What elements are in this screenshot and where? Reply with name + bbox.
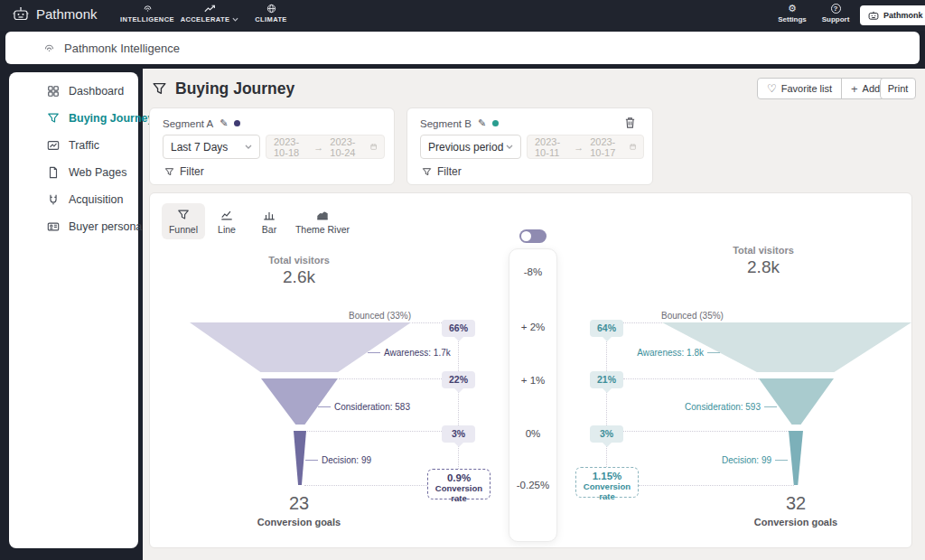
segment-b-conversion-rate-box[interactable]: 1.15% Conversion rate — [575, 467, 639, 498]
segment-a-total-value: 2.6k — [245, 267, 353, 287]
date-start: 2023-10-11 — [535, 136, 567, 158]
bar-chart-icon — [263, 209, 276, 221]
nav-intelligence-label: INTELLIGENCE — [120, 15, 174, 23]
segment-b-consideration-label: Consideration: 593 — [632, 402, 777, 412]
favorite-list-button[interactable]: ♡ Favorite list — [758, 79, 841, 98]
sidebar-item-buying-journey[interactable]: Buying Journey — [47, 112, 154, 125]
sidebar-item-dashboard[interactable]: Dashboard — [47, 85, 124, 98]
comparison-diff-card — [509, 248, 557, 542]
segment-b-card: Segment B ✎ Previous period 2023-10-11 →… — [406, 107, 653, 185]
traffic-chart-icon — [47, 139, 60, 152]
diff-total: -8% — [509, 266, 557, 277]
segment-a-goals-label: Conversion goals — [254, 517, 344, 527]
sidebar-item-buyer-persona[interactable]: Buyer persona — [47, 220, 142, 233]
dashboard-icon — [47, 85, 60, 98]
segment-a-awareness-label: Awareness: 1.7k — [368, 348, 451, 358]
calendar-icon — [630, 142, 636, 152]
sidebar-item-traffic[interactable]: Traffic — [47, 139, 99, 152]
sidebar-item-acquisition[interactable]: Acquisition — [47, 193, 123, 206]
tab-bar[interactable]: Bar — [251, 203, 287, 239]
nav-climate[interactable]: CLIMATE — [239, 4, 303, 23]
nav-climate-label: CLIMATE — [255, 15, 287, 23]
segment-a-awareness-pct-badge[interactable]: 66% — [442, 320, 475, 337]
robot-icon — [12, 6, 30, 22]
brand-name: Pathmonk — [36, 6, 98, 22]
segment-a-conversion-rate-box[interactable]: 0.9% Conversion rate — [427, 469, 491, 499]
segment-b-bounced-label: Bounced (35%) — [661, 311, 770, 321]
arrow-right-icon: → — [313, 142, 323, 153]
funnel-icon — [47, 112, 60, 125]
segment-a-filter[interactable]: Filter — [164, 165, 204, 178]
breadcrumb: Pathmonk Intelligence — [64, 42, 180, 55]
segment-a-bounced-label: Bounced (33%) — [321, 311, 411, 321]
question-icon: ? — [831, 4, 841, 14]
segment-a-consideration-label: Consideration: 583 — [318, 402, 410, 412]
settings-label: Settings — [778, 15, 807, 23]
intelligence-icon — [143, 4, 153, 14]
segment-a-total-label: Total visitors — [245, 255, 353, 266]
account-button[interactable]: Pathmonk — [860, 5, 925, 25]
filter-icon — [164, 167, 174, 177]
segment-a-consideration-pct-badge[interactable]: 22% — [442, 371, 475, 388]
heart-icon: ♡ — [767, 82, 777, 95]
segment-b-range-select[interactable]: Previous period — [420, 135, 521, 159]
sidebar: Dashboard Buying Journey Traffic Web Pag… — [9, 72, 138, 548]
page-icon — [47, 166, 60, 179]
chevron-down-icon — [245, 145, 252, 149]
nav-settings[interactable]: ⚙ Settings — [769, 4, 816, 23]
segment-b-color-dot — [492, 120, 499, 126]
segment-b-filter[interactable]: Filter — [422, 165, 462, 178]
segment-b-decision-pct-badge[interactable]: 3% — [590, 425, 623, 443]
print-button[interactable]: Print — [880, 78, 916, 99]
edit-icon[interactable]: ✎ — [478, 117, 486, 129]
chevron-down-icon — [232, 17, 238, 22]
segment-a-decision-pct-badge[interactable]: 3% — [442, 425, 475, 443]
plus-icon: + — [851, 82, 858, 96]
segment-a-color-dot — [234, 120, 240, 126]
intelligence-icon — [43, 42, 55, 54]
diff-consideration: + 1% — [509, 375, 557, 386]
support-label: Support — [822, 15, 850, 23]
account-label: Pathmonk — [883, 11, 923, 20]
pathmonk-logo[interactable]: Pathmonk — [12, 6, 98, 22]
trash-icon[interactable] — [624, 117, 636, 129]
segment-b-awareness-label: Awareness: 1.8k — [575, 348, 720, 358]
theme-river-icon — [316, 209, 329, 221]
nav-intelligence[interactable]: INTELLIGENCE — [116, 4, 179, 23]
nav-accelerate-label: ACCELERATE — [181, 15, 230, 23]
calendar-icon — [370, 142, 377, 152]
page-title: Buying Journey — [152, 79, 294, 98]
segment-b-date-range[interactable]: 2023-10-11 → 2023-10-17 — [527, 135, 644, 159]
date-start: 2023-10-18 — [274, 136, 307, 158]
gear-icon: ⚙ — [788, 4, 797, 14]
nav-support[interactable]: ? Support — [812, 4, 859, 23]
sidebar-item-web-pages[interactable]: Web Pages — [47, 166, 126, 179]
funnel-icon — [177, 209, 190, 221]
tab-line[interactable]: Line — [209, 203, 245, 239]
segment-b-goals-label: Conversion goals — [751, 517, 841, 527]
top-navbar: Pathmonk INTELLIGENCE ACCELERATE CLIMATE — [0, 0, 925, 31]
segment-b-goals-value: 32 — [751, 493, 841, 514]
climate-icon — [266, 4, 276, 14]
breadcrumb-bar: Pathmonk Intelligence — [5, 32, 920, 64]
segment-b-total-label: Total visitors — [709, 245, 818, 256]
nav-accelerate[interactable]: ACCELERATE — [178, 4, 241, 23]
diff-decision: 0% — [509, 428, 557, 439]
segment-b-awareness-pct-badge[interactable]: 64% — [590, 320, 623, 337]
id-card-icon — [47, 220, 60, 233]
segment-a-name: Segment A — [163, 118, 213, 129]
segment-b-decision-label: Decision: 99 — [643, 455, 788, 465]
segment-a-date-range[interactable]: 2023-10-18 → 2023-10-24 — [266, 135, 385, 159]
segment-b-consideration-pct-badge[interactable]: 21% — [590, 371, 623, 388]
tab-theme-river[interactable]: Theme River — [293, 203, 352, 239]
line-chart-icon — [220, 209, 233, 221]
edit-icon[interactable]: ✎ — [220, 117, 228, 129]
date-end: 2023-10-24 — [330, 136, 363, 158]
segment-a-card: Segment A ✎ Last 7 Days 2023-10-18 → 202… — [149, 107, 395, 185]
diff-awareness: + 2% — [509, 322, 557, 332]
tab-funnel[interactable]: Funnel — [162, 203, 205, 239]
robot-icon — [867, 10, 880, 21]
comparison-toggle[interactable] — [519, 229, 547, 243]
magnet-icon — [47, 193, 60, 206]
segment-a-range-select[interactable]: Last 7 Days — [163, 135, 260, 159]
